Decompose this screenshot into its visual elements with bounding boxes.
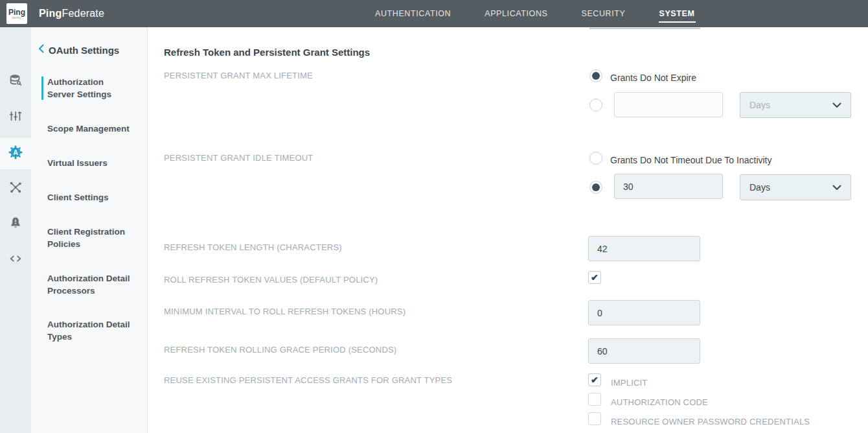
idle-timeout-value-input[interactable]	[614, 174, 723, 199]
radio-grants-do-not-timeout[interactable]	[589, 152, 602, 165]
radio-label-grants-do-not-expire: Grants Do Not Expire	[610, 73, 696, 83]
chevron-down-icon	[832, 100, 841, 110]
radio-grants-do-not-expire[interactable]	[589, 69, 602, 82]
rail-item-oauth[interactable]: A	[0, 138, 31, 169]
rail-item-server-config[interactable]	[0, 102, 31, 133]
label-roll-refresh-token-values: ROLL REFRESH TOKEN VALUES (DEFAULT POLIC…	[164, 275, 378, 285]
sidebar-item-client-registration-policies[interactable]: Client Registration Policies	[47, 226, 133, 250]
sidebar-item-authorization-detail-processors[interactable]: Authorization Detail Processors	[47, 272, 133, 297]
chevron-down-icon	[832, 182, 841, 193]
label-rolling-grace-period: REFRESH TOKEN ROLLING GRACE PERIOD (SECO…	[164, 345, 396, 355]
primary-nav: AUTHENTICATION APPLICATIONS SECURITY SYS…	[374, 0, 696, 27]
sidebar-item-client-settings[interactable]: Client Settings	[47, 191, 133, 204]
radio-idle-timeout-custom[interactable]	[589, 181, 602, 194]
chevron-left-icon	[38, 44, 44, 56]
section-title: Refresh Token and Persistent Grant Setti…	[164, 47, 370, 58]
grant-type-ropc-checkbox[interactable]	[588, 412, 601, 425]
database-key-icon	[8, 73, 23, 90]
rail-item-data-stores[interactable]	[0, 66, 31, 97]
app-title: PingFederate	[39, 8, 104, 19]
oauth-gear-icon: A	[8, 145, 23, 163]
refresh-token-length-input[interactable]	[588, 236, 700, 261]
label-minimum-roll-interval: MINIMUM INTERVAL TO ROLL REFRESH TOKENS …	[164, 307, 405, 316]
roll-refresh-token-values-checkbox[interactable]	[588, 271, 601, 284]
radio-max-lifetime-custom[interactable]	[589, 99, 602, 111]
scrolled-field-edge	[589, 27, 700, 29]
sidebar-item-authorization-server-settings[interactable]: Authorization Server Settings	[47, 76, 133, 100]
sidebar-title: OAuth Settings	[49, 45, 119, 56]
app-shell: A	[0, 27, 868, 433]
oauth-settings-sidebar: OAuth Settings Authorization Server Sett…	[31, 27, 148, 433]
svg-text:A: A	[13, 148, 18, 156]
grant-type-implicit-checkbox[interactable]	[588, 373, 601, 386]
grant-type-ropc-label: RESOURCE OWNER PASSWORD CREDENTIALS	[611, 417, 810, 427]
alert-bell-icon	[8, 216, 23, 233]
rail-item-api[interactable]	[0, 244, 31, 275]
sidebar-back-header[interactable]: OAuth Settings	[38, 44, 119, 56]
label-persistent-grant-max-lifetime: PERSISTENT GRANT MAX LIFETIME	[164, 71, 313, 80]
icon-rail: A	[0, 27, 31, 433]
minimum-roll-interval-input[interactable]	[588, 300, 700, 325]
grant-type-authorization-code-label: AUTHORIZATION CODE	[611, 397, 708, 407]
logo-text: Ping	[8, 8, 25, 16]
grant-type-authorization-code-checkbox[interactable]	[588, 393, 601, 406]
connections-icon	[8, 180, 23, 197]
sidebar-item-authorization-detail-types[interactable]: Authorization Detail Types	[47, 318, 133, 343]
logo-subtext: Identity.	[12, 16, 21, 19]
sidebar-item-virtual-issuers[interactable]: Virtual Issuers	[47, 157, 133, 169]
rolling-grace-period-input[interactable]	[588, 338, 700, 364]
label-persistent-grant-idle-timeout: PERSISTENT GRANT IDLE TIMEOUT	[164, 153, 313, 163]
label-refresh-token-length: REFRESH TOKEN LENGTH (CHARACTERS)	[164, 242, 342, 252]
max-lifetime-unit-select[interactable]: Days	[740, 92, 851, 118]
main-content: Refresh Token and Persistent Grant Setti…	[148, 27, 868, 433]
rail-item-connections[interactable]	[0, 173, 31, 204]
sliders-icon	[8, 109, 23, 126]
nav-applications[interactable]: APPLICATIONS	[484, 5, 548, 23]
nav-security[interactable]: SECURITY	[580, 5, 626, 23]
rail-item-notifications[interactable]	[0, 209, 31, 240]
radio-label-grants-do-not-timeout: Grants Do Not Timeout Due To Inactivity	[610, 155, 772, 165]
top-bar: Ping Identity. PingFederate AUTHENTICATI…	[0, 0, 868, 27]
ping-identity-logo[interactable]: Ping Identity.	[6, 3, 27, 24]
label-reuse-grants: REUSE EXISTING PERSISTENT ACCESS GRANTS …	[164, 375, 452, 385]
code-brackets-icon	[8, 252, 23, 268]
idle-timeout-unit-select[interactable]: Days	[740, 174, 851, 200]
max-lifetime-value-input[interactable]	[614, 92, 723, 117]
grant-type-implicit-label: IMPLICIT	[611, 378, 648, 388]
sidebar-item-scope-management[interactable]: Scope Management	[47, 123, 133, 135]
nav-authentication[interactable]: AUTHENTICATION	[374, 5, 451, 23]
nav-system[interactable]: SYSTEM	[659, 5, 696, 23]
